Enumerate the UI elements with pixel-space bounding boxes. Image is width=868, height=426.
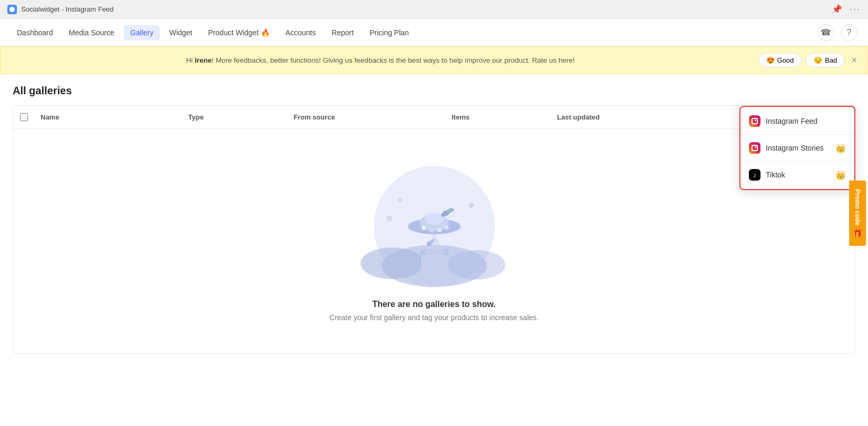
galleries-table: Name Type From source Items Last updated <box>13 105 855 354</box>
select-all-checkbox[interactable] <box>20 113 28 121</box>
good-button[interactable]: 😍 Good <box>758 53 802 67</box>
svg-point-15 <box>469 203 474 208</box>
nav-item-report[interactable]: Report <box>325 25 360 40</box>
dropdown-item-tiktok[interactable]: ♪ Tiktok 👑 <box>740 164 854 186</box>
col-last-updated: Last updated <box>551 111 656 123</box>
gallery-type-dropdown: Instagram Feed Instagram Stories 👑 ♪ Tik… <box>739 106 855 190</box>
col-items: Items <box>445 111 551 123</box>
tiktok-label: Tiktok <box>766 171 785 179</box>
nav-item-widget[interactable]: Widget <box>163 25 199 40</box>
svg-point-16 <box>386 215 393 222</box>
instagram-stories-icon <box>749 142 760 154</box>
svg-rect-4 <box>421 253 447 274</box>
nav-item-media-source[interactable]: Media Source <box>63 25 121 40</box>
empty-state: There are no galleries to show. Create y… <box>13 129 855 353</box>
svg-point-2 <box>360 247 424 279</box>
select-all-checkbox-cell <box>13 111 34 123</box>
svg-point-3 <box>447 250 505 280</box>
nav-item-gallery[interactable]: Gallery <box>124 25 160 40</box>
tiktok-icon: ♪ <box>749 169 760 181</box>
gift-icon: 🎁 <box>853 229 862 237</box>
instagram-icon <box>749 115 760 127</box>
col-name: Name <box>34 111 182 123</box>
svg-point-14 <box>398 198 402 202</box>
col-type: Type <box>182 111 287 123</box>
dropdown-divider-1 <box>740 134 854 135</box>
col-actions <box>656 111 698 123</box>
product-widget-label: Product Widget <box>208 28 259 37</box>
app-logo <box>7 5 17 14</box>
main-content: All galleries Name Type From source Item… <box>0 74 868 364</box>
banner-buttons: 😍 Good 😒 Bad <box>758 53 845 67</box>
app-container: Dashboard Media Source Gallery Widget Pr… <box>0 19 868 426</box>
more-options-icon[interactable]: ··· <box>850 4 861 15</box>
page-title: All galleries <box>13 85 855 97</box>
promo-code-tab[interactable]: Promo code 🎁 <box>849 180 866 245</box>
instagram-stories-label: Instagram Stories <box>766 144 824 152</box>
ufo-svg <box>350 150 519 287</box>
help-button[interactable]: ? <box>841 24 857 41</box>
browser-title: Socialwidget - Instagram Feed <box>21 5 114 13</box>
good-label: Good <box>777 56 794 64</box>
svg-point-10 <box>422 226 426 230</box>
bad-button[interactable]: 😒 Bad <box>806 53 845 67</box>
promo-label: Promo code <box>854 189 861 225</box>
crown-badge-stories: 👑 <box>835 143 846 153</box>
bad-emoji: 😒 <box>814 56 822 64</box>
pin-icon[interactable]: 📌 <box>832 4 842 14</box>
dropdown-divider-2 <box>740 161 854 162</box>
empty-subtitle: Create your first gallery and tag your p… <box>329 313 539 322</box>
nav-item-accounts[interactable]: Accounts <box>279 25 323 40</box>
instagram-feed-label: Instagram Feed <box>766 117 817 125</box>
nav-item-pricing-plan[interactable]: Pricing Plan <box>363 25 415 40</box>
bad-label: Bad <box>825 56 837 64</box>
col-from-source: From source <box>287 111 445 123</box>
feedback-banner: Hi Irene! More feedbacks, better functio… <box>0 46 868 74</box>
banner-close-button[interactable]: × <box>851 55 857 66</box>
empty-illustration <box>350 150 519 287</box>
banner-text: Hi Irene! More feedbacks, better functio… <box>11 56 750 64</box>
dropdown-item-instagram-stories[interactable]: Instagram Stories 👑 <box>740 137 854 159</box>
crown-badge-tiktok: 👑 <box>835 170 846 180</box>
svg-point-13 <box>444 225 448 230</box>
empty-title: There are no galleries to show. <box>372 300 495 309</box>
nav-right-icons: ☎ ? <box>817 24 857 41</box>
nav-item-product-widget[interactable]: Product Widget 🔥 <box>202 25 276 40</box>
svg-point-11 <box>430 228 434 232</box>
nav-links: Dashboard Media Source Gallery Widget Pr… <box>11 25 415 40</box>
support-button[interactable]: ☎ <box>817 24 834 41</box>
browser-bar-left: Socialwidget - Instagram Feed <box>7 5 114 14</box>
main-nav: Dashboard Media Source Gallery Widget Pr… <box>0 19 868 46</box>
nav-item-dashboard[interactable]: Dashboard <box>11 25 60 40</box>
svg-point-9 <box>425 212 444 225</box>
good-emoji: 😍 <box>766 56 775 64</box>
browser-bar: Socialwidget - Instagram Feed 📌 ··· <box>0 0 868 19</box>
dropdown-item-instagram-feed[interactable]: Instagram Feed <box>740 110 854 132</box>
fire-badge-icon: 🔥 <box>261 28 270 37</box>
svg-point-12 <box>437 228 442 232</box>
table-header-row: Name Type From source Items Last updated <box>13 106 855 129</box>
browser-bar-right: 📌 ··· <box>832 4 861 15</box>
